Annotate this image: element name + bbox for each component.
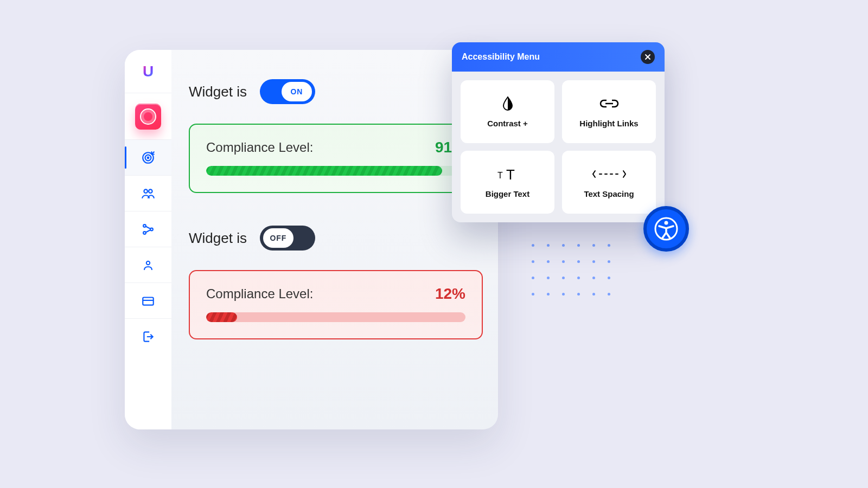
sidebar-item-account[interactable]	[125, 247, 171, 283]
sidebar-item-analytics[interactable]	[125, 211, 171, 247]
svg-point-5	[143, 224, 146, 227]
close-button[interactable]	[641, 50, 655, 64]
decorative-dot-grid	[532, 244, 615, 300]
widget-off-row: Widget is OFF	[189, 226, 483, 251]
app-icon	[135, 104, 161, 130]
toggle-off-knob: OFF	[263, 228, 293, 248]
widget-toggle-on[interactable]: ON	[260, 79, 315, 104]
compliance-on-fill	[206, 166, 442, 176]
widget-off-label: Widget is	[189, 230, 247, 247]
svg-text:T: T	[497, 171, 503, 180]
share-nodes-icon	[141, 222, 155, 236]
svg-point-3	[144, 189, 148, 193]
tile-links-label: Highlight Links	[579, 119, 638, 128]
accessibility-fab[interactable]	[643, 206, 689, 252]
widget-on-label: Widget is	[189, 84, 247, 100]
link-icon	[598, 96, 620, 111]
tile-text-spacing[interactable]: Text Spacing	[562, 151, 656, 214]
target-icon	[141, 151, 155, 165]
brand-logo[interactable]: U	[125, 50, 171, 93]
text-spacing-icon	[592, 166, 627, 182]
close-icon	[644, 54, 651, 60]
tile-contrast-label: Contrast +	[487, 119, 528, 128]
tile-spacing-label: Text Spacing	[584, 189, 634, 198]
sidebar-item-app[interactable]	[125, 93, 171, 140]
compliance-card-on: Compliance Level: 91%	[189, 124, 483, 193]
popup-header: Accessibility Menu	[452, 42, 665, 72]
sidebar-item-logout[interactable]	[125, 319, 171, 355]
toggle-on-knob: ON	[282, 82, 312, 101]
svg-point-7	[150, 228, 153, 230]
main-content: Widget is ON Compliance Level: 91% Widge…	[189, 79, 483, 372]
card-icon	[141, 294, 155, 308]
tile-bigger-text[interactable]: TT Bigger Text	[461, 151, 554, 214]
tile-highlight-links[interactable]: Highlight Links	[562, 80, 656, 143]
svg-rect-9	[143, 297, 154, 305]
compliance-off-pct: 12%	[435, 285, 465, 303]
contrast-icon	[501, 96, 514, 111]
sidebar: U	[125, 50, 171, 429]
compliance-off-title: Compliance Level:	[206, 286, 313, 301]
compliance-on-bar	[206, 166, 465, 176]
logout-icon	[141, 330, 155, 344]
svg-point-2	[148, 157, 149, 158]
person-icon	[142, 259, 155, 272]
sidebar-item-users[interactable]	[125, 176, 171, 211]
tile-contrast[interactable]: Contrast +	[461, 80, 554, 143]
svg-point-13	[665, 221, 668, 225]
sidebar-item-billing[interactable]	[125, 283, 171, 319]
popup-title: Accessibility Menu	[462, 52, 540, 62]
compliance-off-fill	[206, 312, 237, 322]
compliance-off-bar	[206, 312, 465, 322]
bigger-text-icon: TT	[495, 166, 520, 182]
users-icon	[141, 187, 155, 201]
logo-u-icon: U	[143, 63, 154, 80]
compliance-on-title: Compliance Level:	[206, 140, 313, 155]
svg-point-8	[146, 261, 150, 264]
widget-toggle-off[interactable]: OFF	[260, 226, 315, 251]
svg-text:T: T	[506, 166, 515, 182]
svg-point-6	[143, 232, 146, 234]
compliance-card-off: Compliance Level: 12%	[189, 270, 483, 339]
popup-grid: Contrast + Highlight Links TT Bigger Tex…	[452, 72, 665, 222]
accessibility-icon	[654, 216, 679, 241]
widget-on-row: Widget is ON	[189, 79, 483, 104]
svg-point-4	[149, 189, 152, 193]
accessibility-popup: Accessibility Menu Contrast + Highlight …	[452, 42, 665, 222]
sidebar-item-target[interactable]	[125, 140, 171, 176]
dashboard-panel: U Widget is ON	[125, 50, 498, 429]
tile-bigger-label: Bigger Text	[486, 189, 529, 198]
